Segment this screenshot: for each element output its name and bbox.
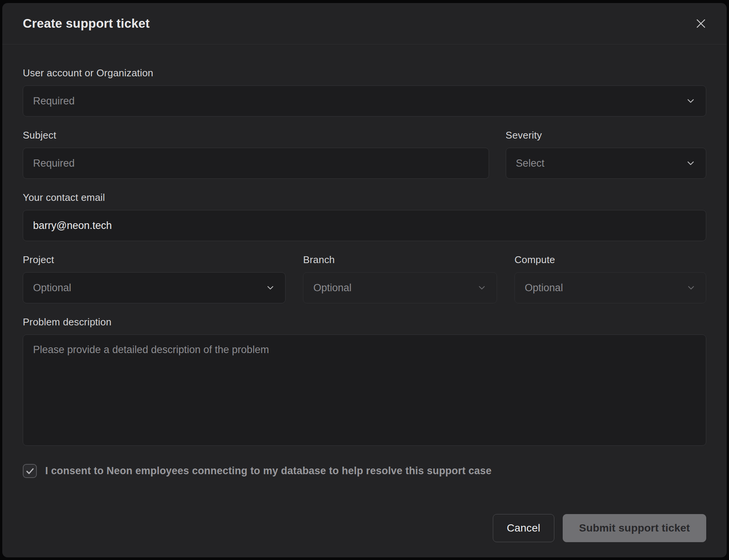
email-label: Your contact email bbox=[23, 192, 706, 203]
subject-field-group: Subject bbox=[23, 129, 489, 179]
consent-checkbox[interactable] bbox=[23, 464, 37, 478]
compute-select[interactable]: Optional bbox=[514, 272, 706, 303]
dialog-title: Create support ticket bbox=[23, 16, 150, 31]
account-field-group: User account or Organization Required bbox=[23, 67, 706, 117]
project-label: Project bbox=[23, 254, 286, 266]
submit-support-ticket-button[interactable]: Submit support ticket bbox=[563, 514, 706, 542]
chevron-down-icon bbox=[686, 283, 696, 293]
checkmark-icon bbox=[25, 467, 35, 476]
description-label: Problem description bbox=[23, 316, 706, 328]
email-input[interactable] bbox=[23, 210, 706, 241]
subject-severity-row: Subject Severity Select bbox=[23, 129, 706, 179]
severity-select-placeholder: Select bbox=[516, 158, 544, 169]
dialog-body: User account or Organization Required Su… bbox=[2, 44, 727, 499]
consent-row: I consent to Neon employees connecting t… bbox=[23, 464, 706, 478]
chevron-down-icon bbox=[477, 283, 487, 293]
dialog-footer: Cancel Submit support ticket bbox=[2, 499, 727, 557]
close-button[interactable] bbox=[692, 14, 710, 33]
cancel-button[interactable]: Cancel bbox=[493, 514, 554, 542]
branch-select-placeholder: Optional bbox=[313, 282, 352, 294]
chevron-down-icon bbox=[685, 158, 696, 169]
chevron-down-icon bbox=[265, 283, 275, 293]
description-field-group: Problem description bbox=[23, 316, 706, 447]
dialog-header: Create support ticket bbox=[2, 3, 727, 44]
branch-field-group: Branch Optional bbox=[303, 254, 497, 303]
description-textarea[interactable] bbox=[23, 334, 706, 446]
account-select-placeholder: Required bbox=[33, 95, 75, 107]
close-icon bbox=[694, 17, 707, 30]
severity-label: Severity bbox=[506, 129, 706, 141]
chevron-down-icon bbox=[685, 96, 696, 106]
project-select[interactable]: Optional bbox=[23, 272, 286, 303]
email-field-group: Your contact email bbox=[23, 192, 706, 241]
project-branch-compute-row: Project Optional Branch Optional bbox=[23, 254, 706, 303]
project-select-placeholder: Optional bbox=[33, 282, 71, 294]
subject-input[interactable] bbox=[23, 148, 489, 179]
branch-select[interactable]: Optional bbox=[303, 272, 497, 303]
create-support-ticket-dialog: Create support ticket User account or Or… bbox=[2, 3, 727, 557]
consent-label: I consent to Neon employees connecting t… bbox=[45, 465, 492, 477]
compute-field-group: Compute Optional bbox=[514, 254, 706, 303]
account-label: User account or Organization bbox=[23, 67, 706, 79]
compute-select-placeholder: Optional bbox=[525, 282, 563, 294]
branch-label: Branch bbox=[303, 254, 497, 266]
subject-label: Subject bbox=[23, 129, 489, 141]
account-select[interactable]: Required bbox=[23, 85, 706, 117]
severity-field-group: Severity Select bbox=[506, 129, 706, 179]
project-field-group: Project Optional bbox=[23, 254, 286, 303]
severity-select[interactable]: Select bbox=[506, 148, 706, 179]
compute-label: Compute bbox=[514, 254, 706, 266]
